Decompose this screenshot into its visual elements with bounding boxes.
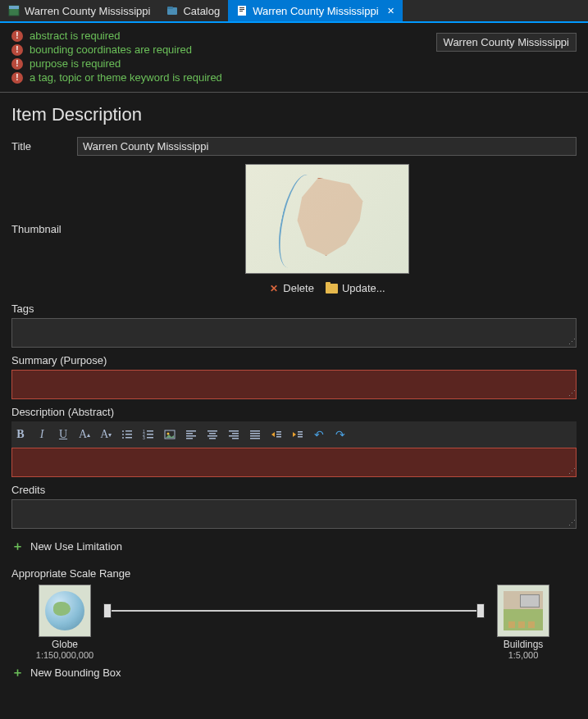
underline-button[interactable]: U xyxy=(57,428,69,441)
richtext-toolbar: B I U A▴ A▾ 123 ↶ ↷ xyxy=(11,421,577,448)
svg-rect-26 xyxy=(207,430,217,432)
folder-icon xyxy=(326,284,338,294)
plus-icon: ＋ xyxy=(11,665,24,680)
validation-item[interactable]: ! purpose is required xyxy=(11,57,222,70)
scale-max: Buildings 1:5,000 xyxy=(486,585,560,660)
description-input[interactable] xyxy=(11,448,577,477)
validation-area: ! abstract is required ! bounding coordi… xyxy=(0,23,588,87)
indent-increase-button[interactable] xyxy=(271,429,282,440)
warning-icon: ! xyxy=(11,72,23,84)
map-icon xyxy=(8,5,20,16)
indent-decrease-button[interactable] xyxy=(292,429,303,440)
svg-point-21 xyxy=(167,433,170,435)
scale-range-label: Appropriate Scale Range xyxy=(11,567,577,580)
svg-rect-39 xyxy=(276,434,281,435)
thumbnail-label: Thumbnail xyxy=(11,223,69,235)
svg-rect-38 xyxy=(276,431,281,433)
svg-rect-17 xyxy=(147,434,153,435)
slider-handle-max[interactable] xyxy=(476,603,485,618)
undo-button[interactable]: ↶ xyxy=(313,428,325,441)
thumbnail-row: Thumbnail ✕ Delete Update... xyxy=(11,164,577,294)
warning-icon: ! xyxy=(11,58,23,70)
align-center-button[interactable] xyxy=(207,429,218,440)
align-left-button[interactable] xyxy=(185,429,197,440)
tab-map[interactable]: Warren County Mississippi xyxy=(0,0,158,21)
validation-item[interactable]: ! bounding coordinates are required xyxy=(11,43,222,56)
list-bullets-button[interactable] xyxy=(121,429,133,440)
align-right-button[interactable] xyxy=(228,429,239,440)
svg-rect-32 xyxy=(229,435,239,437)
add-use-limitation-label: New Use Limitation xyxy=(30,540,122,553)
svg-rect-43 xyxy=(298,436,303,438)
svg-rect-1 xyxy=(9,6,19,9)
insert-image-button[interactable] xyxy=(164,429,175,440)
description-label: Description (Abstract) xyxy=(11,406,577,418)
scale-max-value: 1:5,000 xyxy=(508,650,539,660)
scale-min: Globe 1:150,000,000 xyxy=(28,585,102,660)
align-justify-button[interactable] xyxy=(249,429,261,440)
summary-label: Summary (Purpose) xyxy=(11,354,577,366)
svg-rect-29 xyxy=(209,438,216,439)
warning-icon: ! xyxy=(11,44,23,56)
svg-point-8 xyxy=(122,430,124,432)
list-numbers-button[interactable]: 123 xyxy=(143,429,154,440)
svg-rect-7 xyxy=(239,11,243,11)
scale-min-value: 1:150,000,000 xyxy=(36,650,93,660)
tab-label: Warren County Mississippi xyxy=(253,5,378,17)
validation-item[interactable]: ! abstract is required xyxy=(11,30,222,42)
update-thumbnail-button[interactable]: Update... xyxy=(326,282,385,294)
svg-rect-11 xyxy=(125,434,132,435)
warning-icon: ! xyxy=(11,30,23,42)
redo-button[interactable]: ↷ xyxy=(335,428,346,441)
svg-rect-23 xyxy=(186,433,193,435)
svg-rect-22 xyxy=(186,430,196,432)
svg-point-10 xyxy=(122,434,124,435)
svg-rect-5 xyxy=(239,7,244,8)
validation-text: purpose is required xyxy=(30,57,121,70)
validation-item[interactable]: ! a tag, topic or theme keyword is requi… xyxy=(11,71,222,84)
thumbnail-actions: ✕ Delete Update... xyxy=(268,282,385,294)
credits-label: Credits xyxy=(11,484,577,496)
summary-input[interactable] xyxy=(11,370,577,399)
bold-button[interactable]: B xyxy=(15,428,26,441)
scale-range: Globe 1:150,000,000 Buildings 1: xyxy=(11,585,577,660)
svg-rect-31 xyxy=(232,433,239,435)
tab-label: Catalog xyxy=(183,5,220,17)
italic-button[interactable]: I xyxy=(36,428,48,441)
title-label: Title xyxy=(11,140,69,152)
tab-catalog[interactable]: Catalog xyxy=(158,0,228,21)
delete-thumbnail-button[interactable]: ✕ Delete xyxy=(268,282,314,294)
catalog-icon xyxy=(166,5,178,16)
credits-input[interactable] xyxy=(11,499,577,529)
item-name-tooltip: Warren County Mississippi xyxy=(436,33,577,52)
svg-rect-15 xyxy=(147,430,153,432)
svg-rect-24 xyxy=(186,435,196,437)
validation-text: abstract is required xyxy=(30,30,121,42)
font-shrink-button[interactable]: A▾ xyxy=(100,428,112,441)
content: Item Description Title Thumbnail ✕ Delet… xyxy=(0,93,588,710)
tab-metadata[interactable]: Warren County Mississippi ✕ xyxy=(228,0,402,21)
svg-rect-13 xyxy=(125,437,132,439)
tab-bar: Warren County Mississippi Catalog Warren… xyxy=(0,0,588,23)
validation-text: bounding coordinates are required xyxy=(30,43,192,56)
svg-rect-3 xyxy=(167,7,173,9)
add-bounding-box-button[interactable]: ＋ New Bounding Box xyxy=(11,660,577,685)
thumbnail-container: ✕ Delete Update... xyxy=(77,164,577,294)
svg-rect-19 xyxy=(147,437,153,439)
svg-rect-27 xyxy=(209,433,216,435)
title-row: Title xyxy=(11,137,577,156)
add-use-limitation-button[interactable]: ＋ New Use Limitation xyxy=(11,534,577,559)
svg-rect-40 xyxy=(276,436,281,438)
scale-slider[interactable] xyxy=(105,585,483,637)
svg-rect-41 xyxy=(298,431,303,433)
delete-label: Delete xyxy=(283,282,314,294)
title-input[interactable] xyxy=(77,137,577,156)
close-icon[interactable]: ✕ xyxy=(387,6,394,16)
tags-input[interactable] xyxy=(11,318,577,348)
thumbnail-image[interactable] xyxy=(245,164,409,274)
slider-handle-min[interactable] xyxy=(103,603,112,618)
globe-icon xyxy=(39,585,91,637)
scale-max-caption: Buildings xyxy=(504,639,544,650)
tab-label: Warren County Mississippi xyxy=(25,5,150,17)
font-grow-button[interactable]: A▴ xyxy=(79,428,90,441)
